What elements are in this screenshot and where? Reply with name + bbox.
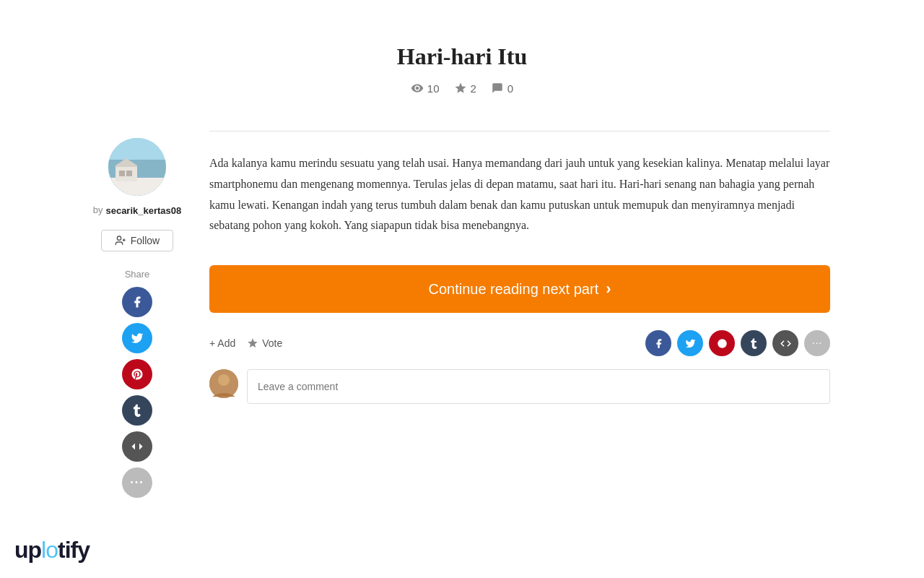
action-row: + Add Vote xyxy=(209,330,830,356)
comment-input[interactable] xyxy=(247,369,830,404)
pinterest-action-icon xyxy=(717,338,728,349)
more-dots-icon: ··· xyxy=(130,475,144,491)
facebook-share-button[interactable] xyxy=(122,287,152,317)
meta-row: 10 2 0 xyxy=(14,82,910,95)
pinterest-action-button[interactable] xyxy=(709,330,735,356)
chevron-right-icon: › xyxy=(606,280,611,298)
vote-button[interactable]: Vote xyxy=(247,337,282,349)
more-action-button[interactable]: ··· xyxy=(804,330,830,356)
site-logo: uplotify xyxy=(14,537,90,564)
code-icon xyxy=(131,440,144,453)
facebook-action-button[interactable] xyxy=(645,330,671,356)
comments-meta: 0 xyxy=(491,82,513,95)
stars-count: 2 xyxy=(471,82,476,95)
author-byline: by secarik_kertas08 xyxy=(93,204,182,220)
twitter-icon xyxy=(131,332,144,345)
pinterest-icon xyxy=(131,368,144,381)
main-layout: by secarik_kertas08 Follow Share xyxy=(65,131,859,498)
author-avatar xyxy=(108,138,166,196)
svg-point-7 xyxy=(117,236,121,240)
commenter-avatar xyxy=(209,369,238,398)
tumblr-icon xyxy=(131,404,144,417)
avatar-graphic xyxy=(108,138,166,196)
follow-icon xyxy=(115,235,126,246)
facebook-icon xyxy=(131,296,144,309)
avatar-image xyxy=(108,138,166,196)
svg-rect-5 xyxy=(126,171,132,176)
article-title: Hari-hari Itu xyxy=(14,43,910,70)
top-divider xyxy=(209,131,830,131)
svg-point-12 xyxy=(218,374,230,386)
pinterest-share-button[interactable] xyxy=(122,359,152,389)
continue-reading-button[interactable]: Continue reading next part › xyxy=(209,265,830,313)
more-share-button[interactable]: ··· xyxy=(122,467,152,498)
views-meta: 10 xyxy=(411,82,440,95)
embed-action-button[interactable] xyxy=(772,330,798,356)
social-icons-sidebar: ··· xyxy=(122,287,152,498)
commenter-avatar-image xyxy=(209,369,238,398)
comment-area xyxy=(209,369,830,404)
add-button[interactable]: + Add xyxy=(209,337,235,349)
logo-part-up: up xyxy=(14,537,41,563)
star-icon xyxy=(454,82,467,95)
more-action-dots-icon: ··· xyxy=(812,337,822,350)
follow-button[interactable]: Follow xyxy=(101,230,173,251)
eye-icon xyxy=(411,82,424,95)
share-label: Share xyxy=(125,269,150,280)
continue-reading-label: Continue reading next part xyxy=(428,281,598,298)
action-right: ··· xyxy=(645,330,830,356)
comments-count: 0 xyxy=(507,82,513,95)
stars-meta: 2 xyxy=(454,82,476,95)
vote-label: Vote xyxy=(262,337,282,349)
twitter-share-button[interactable] xyxy=(122,323,152,353)
by-text: by xyxy=(93,204,103,215)
embed-share-button[interactable] xyxy=(122,431,152,462)
tumblr-action-icon xyxy=(749,338,759,349)
views-count: 10 xyxy=(427,82,440,95)
logo-part-lo: lo xyxy=(41,537,58,563)
add-label: + Add xyxy=(209,337,235,349)
code-action-icon xyxy=(780,338,791,349)
action-left: + Add Vote xyxy=(209,337,282,349)
twitter-action-icon xyxy=(685,338,696,349)
page-header: Hari-hari Itu 10 2 0 xyxy=(0,0,924,109)
sidebar: by secarik_kertas08 Follow Share xyxy=(79,131,195,498)
tumblr-share-button[interactable] xyxy=(122,395,152,426)
follow-label: Follow xyxy=(131,235,160,246)
content-area: Ada kalanya kamu merindu sesuatu yang te… xyxy=(195,131,845,498)
star-vote-icon xyxy=(247,337,258,349)
article-body: Ada kalanya kamu merindu sesuatu yang te… xyxy=(209,153,830,236)
twitter-action-button[interactable] xyxy=(677,330,703,356)
comment-icon xyxy=(491,82,504,95)
tumblr-action-button[interactable] xyxy=(741,330,767,356)
facebook-action-icon xyxy=(653,338,664,349)
logo-part-tify: tify xyxy=(58,537,90,563)
author-username: secarik_kertas08 xyxy=(105,205,181,216)
svg-rect-4 xyxy=(119,171,125,176)
